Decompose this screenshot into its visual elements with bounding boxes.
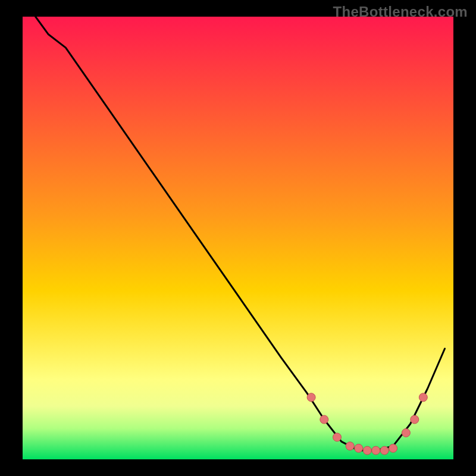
svg-rect-0 [23, 17, 453, 459]
curve-marker [419, 393, 427, 402]
curve-marker [307, 393, 315, 402]
plot-area [23, 17, 453, 459]
curve-marker [380, 446, 389, 455]
curve-marker [363, 446, 371, 455]
curve-marker [333, 433, 342, 441]
curve-marker [355, 444, 363, 452]
curve-marker [411, 415, 419, 424]
curve-marker [346, 442, 354, 450]
chart-frame: TheBottleneck.com [0, 0, 476, 476]
curve-marker [402, 428, 410, 437]
curve-marker [372, 446, 380, 455]
plot-svg [23, 17, 453, 459]
curve-marker [320, 415, 328, 424]
curve-marker [389, 444, 397, 452]
